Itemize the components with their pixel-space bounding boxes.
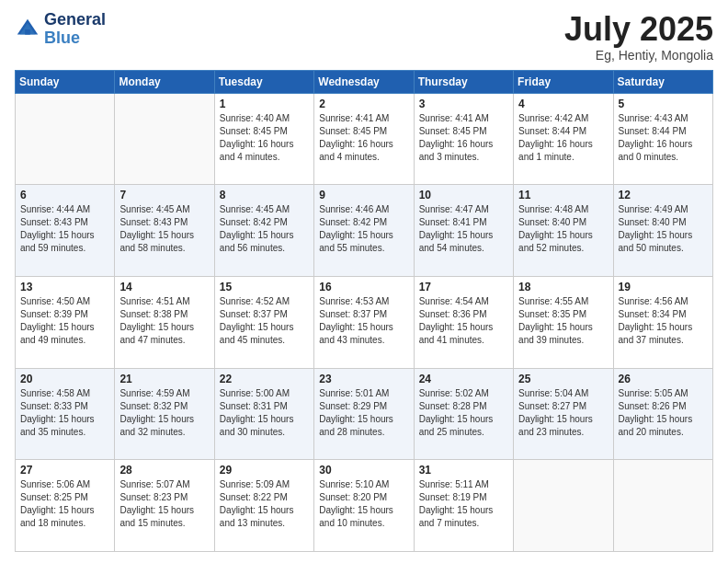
calendar-day-cell: 25Sunrise: 5:04 AM Sunset: 8:27 PM Dayli…	[514, 368, 613, 460]
day-info: Sunrise: 4:51 AM Sunset: 8:38 PM Dayligh…	[119, 295, 209, 347]
day-number: 23	[319, 373, 408, 385]
day-number: 7	[119, 189, 209, 201]
day-info: Sunrise: 4:55 AM Sunset: 8:35 PM Dayligh…	[518, 295, 608, 347]
calendar-day-cell: 29Sunrise: 5:09 AM Sunset: 8:22 PM Dayli…	[214, 460, 313, 552]
calendar-week-row: 13Sunrise: 4:50 AM Sunset: 8:39 PM Dayli…	[16, 276, 713, 368]
calendar-day-cell: 30Sunrise: 5:10 AM Sunset: 8:20 PM Dayli…	[314, 460, 414, 552]
calendar-day-cell: 5Sunrise: 4:43 AM Sunset: 8:44 PM Daylig…	[613, 93, 712, 185]
day-number: 31	[419, 464, 508, 477]
logo-line1: General	[44, 11, 106, 29]
calendar-day-cell: 2Sunrise: 4:41 AM Sunset: 8:45 PM Daylig…	[314, 93, 414, 185]
day-info: Sunrise: 5:02 AM Sunset: 8:28 PM Dayligh…	[419, 387, 508, 439]
day-info: Sunrise: 4:45 AM Sunset: 8:43 PM Dayligh…	[119, 203, 209, 255]
day-number: 26	[619, 373, 708, 385]
day-number: 2	[319, 98, 408, 110]
subtitle: Eg, Hentiy, Mongolia	[564, 48, 713, 63]
day-info: Sunrise: 4:46 AM Sunset: 8:42 PM Dayligh…	[319, 203, 408, 255]
day-number: 19	[619, 281, 708, 293]
day-number: 3	[419, 98, 508, 110]
day-of-week-header: Saturday	[613, 70, 712, 93]
calendar-day-cell: 7Sunrise: 4:45 AM Sunset: 8:43 PM Daylig…	[115, 185, 214, 277]
day-info: Sunrise: 4:54 AM Sunset: 8:36 PM Dayligh…	[419, 295, 508, 347]
day-info: Sunrise: 4:58 AM Sunset: 8:33 PM Dayligh…	[20, 387, 109, 439]
day-info: Sunrise: 4:40 AM Sunset: 8:45 PM Dayligh…	[220, 112, 309, 164]
day-info: Sunrise: 4:47 AM Sunset: 8:41 PM Dayligh…	[419, 203, 508, 255]
day-info: Sunrise: 4:42 AM Sunset: 8:44 PM Dayligh…	[518, 112, 608, 164]
day-info: Sunrise: 4:41 AM Sunset: 8:45 PM Dayligh…	[419, 112, 508, 164]
day-number: 1	[220, 98, 309, 110]
calendar-header-row: SundayMondayTuesdayWednesdayThursdayFrid…	[16, 70, 713, 93]
day-number: 6	[20, 189, 109, 201]
logo: General Blue	[15, 11, 106, 48]
day-info: Sunrise: 5:05 AM Sunset: 8:26 PM Dayligh…	[619, 387, 708, 439]
day-number: 13	[20, 281, 109, 293]
day-of-week-header: Thursday	[414, 70, 513, 93]
day-info: Sunrise: 4:50 AM Sunset: 8:39 PM Dayligh…	[20, 295, 109, 347]
svg-rect-2	[25, 29, 30, 35]
page: General Blue July 2025 Eg, Hentiy, Mongo…	[0, 0, 728, 563]
day-number: 30	[319, 464, 408, 477]
logo-text: General Blue	[44, 11, 106, 48]
logo-icon	[15, 17, 40, 42]
day-number: 21	[119, 373, 209, 385]
header: General Blue July 2025 Eg, Hentiy, Mongo…	[15, 11, 713, 63]
calendar-day-cell	[115, 93, 214, 185]
day-number: 10	[419, 189, 508, 201]
day-info: Sunrise: 4:45 AM Sunset: 8:42 PM Dayligh…	[220, 203, 309, 255]
day-info: Sunrise: 5:06 AM Sunset: 8:25 PM Dayligh…	[20, 478, 109, 530]
calendar-day-cell: 9Sunrise: 4:46 AM Sunset: 8:42 PM Daylig…	[314, 185, 414, 277]
calendar-day-cell: 10Sunrise: 4:47 AM Sunset: 8:41 PM Dayli…	[414, 185, 513, 277]
calendar-day-cell: 16Sunrise: 4:53 AM Sunset: 8:37 PM Dayli…	[314, 276, 414, 368]
day-number: 12	[619, 189, 708, 201]
day-of-week-header: Monday	[115, 70, 214, 93]
day-info: Sunrise: 5:09 AM Sunset: 8:22 PM Dayligh…	[220, 478, 309, 530]
day-info: Sunrise: 4:48 AM Sunset: 8:40 PM Dayligh…	[518, 203, 608, 255]
day-info: Sunrise: 4:49 AM Sunset: 8:40 PM Dayligh…	[619, 203, 708, 255]
day-info: Sunrise: 4:59 AM Sunset: 8:32 PM Dayligh…	[119, 387, 209, 439]
day-number: 14	[119, 281, 209, 293]
calendar-day-cell	[613, 460, 712, 552]
calendar-day-cell: 14Sunrise: 4:51 AM Sunset: 8:38 PM Dayli…	[115, 276, 214, 368]
day-info: Sunrise: 4:56 AM Sunset: 8:34 PM Dayligh…	[619, 295, 708, 347]
day-of-week-header: Wednesday	[314, 70, 414, 93]
calendar-day-cell: 3Sunrise: 4:41 AM Sunset: 8:45 PM Daylig…	[414, 93, 513, 185]
calendar-day-cell: 1Sunrise: 4:40 AM Sunset: 8:45 PM Daylig…	[214, 93, 313, 185]
calendar-day-cell: 11Sunrise: 4:48 AM Sunset: 8:40 PM Dayli…	[514, 185, 613, 277]
calendar-day-cell: 23Sunrise: 5:01 AM Sunset: 8:29 PM Dayli…	[314, 368, 414, 460]
day-info: Sunrise: 4:44 AM Sunset: 8:43 PM Dayligh…	[20, 203, 109, 255]
calendar-week-row: 27Sunrise: 5:06 AM Sunset: 8:25 PM Dayli…	[16, 460, 713, 552]
day-info: Sunrise: 5:00 AM Sunset: 8:31 PM Dayligh…	[220, 387, 309, 439]
calendar-day-cell	[514, 460, 613, 552]
day-info: Sunrise: 4:52 AM Sunset: 8:37 PM Dayligh…	[220, 295, 309, 347]
day-info: Sunrise: 5:11 AM Sunset: 8:19 PM Dayligh…	[419, 478, 508, 530]
calendar-day-cell: 31Sunrise: 5:11 AM Sunset: 8:19 PM Dayli…	[414, 460, 513, 552]
day-info: Sunrise: 5:01 AM Sunset: 8:29 PM Dayligh…	[319, 387, 408, 439]
calendar-day-cell: 6Sunrise: 4:44 AM Sunset: 8:43 PM Daylig…	[16, 185, 115, 277]
day-number: 4	[518, 98, 608, 110]
calendar-day-cell: 15Sunrise: 4:52 AM Sunset: 8:37 PM Dayli…	[214, 276, 313, 368]
day-info: Sunrise: 5:07 AM Sunset: 8:23 PM Dayligh…	[119, 478, 209, 530]
calendar-week-row: 20Sunrise: 4:58 AM Sunset: 8:33 PM Dayli…	[16, 368, 713, 460]
day-info: Sunrise: 4:53 AM Sunset: 8:37 PM Dayligh…	[319, 295, 408, 347]
day-number: 24	[419, 373, 508, 385]
calendar-day-cell: 4Sunrise: 4:42 AM Sunset: 8:44 PM Daylig…	[514, 93, 613, 185]
calendar-day-cell: 21Sunrise: 4:59 AM Sunset: 8:32 PM Dayli…	[115, 368, 214, 460]
calendar-week-row: 6Sunrise: 4:44 AM Sunset: 8:43 PM Daylig…	[16, 185, 713, 277]
day-number: 27	[20, 464, 109, 477]
calendar-table: SundayMondayTuesdayWednesdayThursdayFrid…	[15, 70, 713, 552]
day-number: 25	[518, 373, 608, 385]
day-number: 11	[518, 189, 608, 201]
calendar-day-cell: 20Sunrise: 4:58 AM Sunset: 8:33 PM Dayli…	[16, 368, 115, 460]
day-info: Sunrise: 4:41 AM Sunset: 8:45 PM Dayligh…	[319, 112, 408, 164]
calendar-day-cell: 22Sunrise: 5:00 AM Sunset: 8:31 PM Dayli…	[214, 368, 313, 460]
day-info: Sunrise: 5:04 AM Sunset: 8:27 PM Dayligh…	[518, 387, 608, 439]
title-block: July 2025 Eg, Hentiy, Mongolia	[564, 11, 713, 63]
calendar-day-cell: 12Sunrise: 4:49 AM Sunset: 8:40 PM Dayli…	[613, 185, 712, 277]
calendar-day-cell: 18Sunrise: 4:55 AM Sunset: 8:35 PM Dayli…	[514, 276, 613, 368]
day-number: 5	[619, 98, 708, 110]
calendar-day-cell: 26Sunrise: 5:05 AM Sunset: 8:26 PM Dayli…	[613, 368, 712, 460]
calendar-day-cell: 13Sunrise: 4:50 AM Sunset: 8:39 PM Dayli…	[16, 276, 115, 368]
day-number: 22	[220, 373, 309, 385]
calendar-day-cell: 8Sunrise: 4:45 AM Sunset: 8:42 PM Daylig…	[214, 185, 313, 277]
day-info: Sunrise: 5:10 AM Sunset: 8:20 PM Dayligh…	[319, 478, 408, 530]
